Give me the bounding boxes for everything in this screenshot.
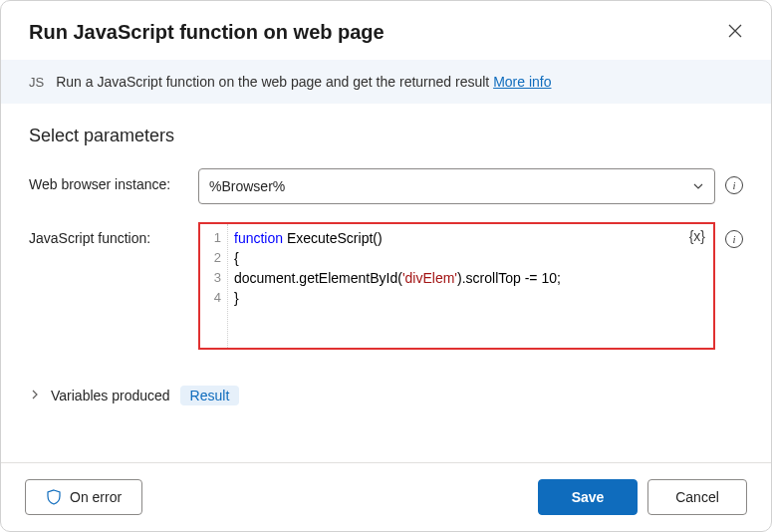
browser-label: Web browser instance: [29,168,188,192]
js-info-icon[interactable]: i [725,230,743,248]
section-title: Select parameters [29,126,743,146]
js-badge: JS [29,75,44,90]
browser-instance-dropdown[interactable]: %Browser% [198,168,715,204]
variables-produced-row: Variables produced Result [29,386,743,405]
js-label: JavaScript function: [29,222,188,246]
js-control-wrap: 1234 function ExecuteScript(){document.g… [198,222,743,350]
code-lines[interactable]: function ExecuteScript(){document.getEle… [228,224,713,348]
form-row-js: JavaScript function: 1234 function Execu… [29,222,743,350]
browser-info-icon[interactable]: i [725,176,743,194]
shield-icon [46,489,62,505]
more-info-link[interactable]: More info [493,74,551,90]
variables-produced-label: Variables produced [51,388,170,403]
chevron-right-icon [29,389,41,400]
dialog-header: Run JavaScript function on web page [1,1,771,60]
on-error-button[interactable]: On error [25,479,142,515]
save-button[interactable]: Save [538,479,638,515]
cancel-button[interactable]: Cancel [647,479,747,515]
form-row-browser: Web browser instance: %Browser% i [29,168,743,204]
on-error-label: On error [70,489,122,505]
close-icon [727,23,743,39]
variable-insert-button[interactable]: {x} [689,228,705,244]
dialog: Run JavaScript function on web page JS R… [0,0,772,532]
code-gutter: 1234 [200,224,228,348]
info-text-content: Run a JavaScript function on the web pag… [56,74,493,90]
result-variable-pill[interactable]: Result [180,386,240,405]
dialog-title: Run JavaScript function on web page [29,21,385,44]
close-button[interactable] [723,19,747,46]
expand-variables-toggle[interactable] [29,388,41,403]
browser-value: %Browser% [209,178,285,194]
content: Select parameters Web browser instance: … [1,104,771,462]
dialog-footer: On error Save Cancel [1,462,771,531]
js-code-editor[interactable]: 1234 function ExecuteScript(){document.g… [198,222,715,350]
footer-right: Save Cancel [538,479,747,515]
info-bar: JS Run a JavaScript function on the web … [1,60,771,104]
chevron-down-icon [692,180,704,192]
info-text: Run a JavaScript function on the web pag… [56,74,551,90]
browser-control-wrap: %Browser% i [198,168,743,204]
